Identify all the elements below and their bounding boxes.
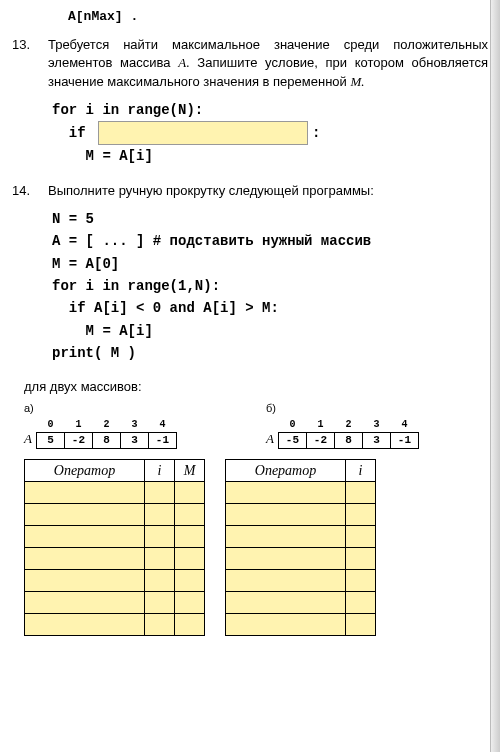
cell[interactable]	[346, 482, 376, 504]
answer-blank[interactable]	[98, 121, 308, 145]
code-line: for i in range(N):	[52, 99, 488, 121]
cell[interactable]	[175, 526, 205, 548]
idx: 4	[390, 418, 418, 433]
idx: 0	[36, 418, 64, 433]
val: -2	[306, 433, 334, 449]
val: -1	[148, 433, 176, 449]
cell[interactable]	[346, 548, 376, 570]
cell[interactable]	[175, 614, 205, 636]
cell[interactable]	[25, 614, 145, 636]
array-a: а) A 0 1 2 3 4 5 -2 8 3	[24, 401, 246, 450]
val: 8	[92, 433, 120, 449]
page-content: A[nMax] . 13. Требуется найти максимальн…	[0, 0, 500, 648]
code-line: for i in range(1,N):	[52, 275, 488, 297]
cell[interactable]	[346, 570, 376, 592]
cell[interactable]	[346, 592, 376, 614]
code-line: M = A[i]	[52, 145, 488, 167]
cell[interactable]	[346, 526, 376, 548]
cell[interactable]	[145, 504, 175, 526]
arrays-row: а) A 0 1 2 3 4 5 -2 8 3	[24, 401, 488, 450]
cell[interactable]	[175, 548, 205, 570]
idx: 3	[362, 418, 390, 433]
cell[interactable]	[25, 482, 145, 504]
cell[interactable]	[25, 592, 145, 614]
cell[interactable]	[145, 526, 175, 548]
code-line: M = A[i]	[52, 320, 488, 342]
colon: :	[312, 122, 320, 144]
array-table: 0 1 2 3 4 5 -2 8 3 -1	[36, 418, 177, 449]
array-letter: а)	[24, 401, 246, 416]
cell[interactable]	[145, 482, 175, 504]
task-text: Выполните ручную прокрутку следующей про…	[48, 182, 488, 200]
cell[interactable]	[145, 614, 175, 636]
val: -2	[64, 433, 92, 449]
trace-table-a: Оператор i M	[24, 459, 205, 636]
th-m: M	[175, 460, 205, 482]
task-number: 14.	[12, 182, 48, 200]
val: 3	[120, 433, 148, 449]
array-table: 0 1 2 3 4 -5 -2 8 3 -1	[278, 418, 419, 449]
previous-fragment: A[nMax] .	[12, 8, 488, 26]
code-block-13: for i in range(N): if : M = A[i]	[52, 99, 488, 168]
cell[interactable]	[175, 570, 205, 592]
cell[interactable]	[25, 548, 145, 570]
cell[interactable]	[226, 592, 346, 614]
th-i: i	[145, 460, 175, 482]
scrollbar[interactable]	[490, 0, 500, 648]
th-operator: Оператор	[25, 460, 145, 482]
val: 3	[362, 433, 390, 449]
cell[interactable]	[25, 526, 145, 548]
val: -1	[390, 433, 418, 449]
task-13: 13. Требуется найти максимальное значени…	[12, 36, 488, 91]
cell[interactable]	[226, 570, 346, 592]
cell[interactable]	[226, 614, 346, 636]
cell[interactable]	[175, 592, 205, 614]
code-line: print( M )	[52, 342, 488, 364]
val: 5	[36, 433, 64, 449]
idx: 2	[334, 418, 362, 433]
array-b: б) A 0 1 2 3 4 -5 -2 8 3	[266, 401, 488, 450]
val: -5	[278, 433, 306, 449]
array-name: A	[266, 430, 274, 449]
cell[interactable]	[226, 504, 346, 526]
var-m: M.	[350, 74, 364, 89]
code-line: A = [ ... ] # подставить нужный массив	[52, 230, 488, 252]
for-two-arrays: для двух массивов:	[24, 378, 488, 396]
code-line: N = 5	[52, 208, 488, 230]
cell[interactable]	[175, 504, 205, 526]
cell[interactable]	[25, 504, 145, 526]
if-keyword: if	[52, 122, 94, 144]
trace-tables-row: Оператор i M Оператор i	[24, 459, 488, 636]
cell[interactable]	[145, 548, 175, 570]
cell[interactable]	[145, 570, 175, 592]
code-line: if A[i] < 0 and A[i] > M:	[52, 297, 488, 319]
idx: 2	[92, 418, 120, 433]
idx: 0	[278, 418, 306, 433]
cell[interactable]	[175, 482, 205, 504]
array-letter: б)	[266, 401, 488, 416]
th-operator: Оператор	[226, 460, 346, 482]
cell[interactable]	[226, 548, 346, 570]
cell[interactable]	[145, 592, 175, 614]
idx: 1	[306, 418, 334, 433]
code-line-if: if :	[52, 121, 488, 145]
idx: 1	[64, 418, 92, 433]
idx: 4	[148, 418, 176, 433]
cell[interactable]	[226, 526, 346, 548]
cell[interactable]	[226, 482, 346, 504]
trace-table-b: Оператор i	[225, 459, 376, 636]
th-i: i	[346, 460, 376, 482]
cell[interactable]	[25, 570, 145, 592]
idx: 3	[120, 418, 148, 433]
code-block-14: N = 5 A = [ ... ] # подставить нужный ма…	[52, 208, 488, 365]
task-14: 14. Выполните ручную прокрутку следующей…	[12, 182, 488, 200]
cell[interactable]	[346, 504, 376, 526]
val: 8	[334, 433, 362, 449]
task-number: 13.	[12, 36, 48, 91]
array-name: A	[24, 430, 32, 449]
cell[interactable]	[346, 614, 376, 636]
task-text: Требуется найти максимальное значение ср…	[48, 36, 488, 91]
var-a: A	[178, 55, 186, 70]
code-line: M = A[0]	[52, 253, 488, 275]
